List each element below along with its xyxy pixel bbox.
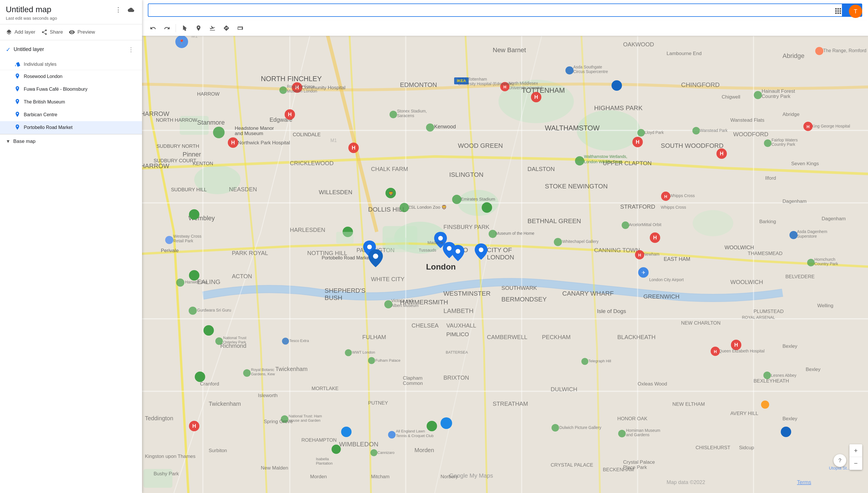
- svg-text:Horniman Museum: Horniman Museum: [626, 428, 660, 433]
- svg-text:H: H: [535, 94, 538, 100]
- search-input[interactable]: [148, 3, 842, 17]
- svg-point-285: [390, 111, 397, 118]
- svg-text:Lambourne End: Lambourne End: [667, 51, 702, 56]
- collapse-icon: ▼: [6, 139, 10, 144]
- svg-text:Seven Kings: Seven Kings: [791, 161, 819, 166]
- location-item[interactable]: Portobello Road Market: [0, 121, 142, 134]
- svg-text:All England Lawn: All England Lawn: [396, 429, 425, 433]
- svg-text:Cannizaro: Cannizaro: [377, 450, 394, 455]
- location-pin-icon: [15, 73, 20, 80]
- sidebar-header: Untitled map Last edit was seconds ago ⋮: [0, 0, 142, 24]
- svg-text:H: H: [352, 145, 355, 151]
- svg-text:ROEHAMPTON: ROEHAMPTON: [301, 437, 337, 443]
- layer-title-row: ✓ Untitled layer: [6, 46, 44, 53]
- undo-button[interactable]: [147, 23, 159, 34]
- svg-text:KENTON: KENTON: [193, 161, 213, 166]
- location-item[interactable]: Barbican Centre: [0, 108, 142, 121]
- svg-text:University Hospital: University Hospital: [508, 86, 542, 90]
- add-marker-button[interactable]: [192, 23, 205, 34]
- svg-text:Gurdwara Sri Guru: Gurdwara Sri Guru: [197, 308, 231, 313]
- svg-text:Tussauds: Tussauds: [419, 248, 436, 253]
- svg-text:CRICKLEWOOD: CRICKLEWOOD: [290, 160, 333, 166]
- preview-button[interactable]: Preview: [69, 27, 95, 37]
- more-options-button[interactable]: ⋮: [113, 5, 124, 15]
- measure-button[interactable]: [234, 23, 247, 34]
- zoom-in-button[interactable]: +: [849, 444, 862, 457]
- svg-point-119: [781, 427, 791, 437]
- svg-text:Kingston upon Thames: Kingston upon Thames: [145, 454, 196, 459]
- svg-text:Whipps Cross: Whipps Cross: [670, 193, 695, 198]
- add-layer-button[interactable]: Add layer: [6, 27, 35, 37]
- svg-text:Hornchurch: Hornchurch: [815, 257, 835, 262]
- svg-text:H: H: [638, 253, 641, 257]
- svg-text:Country Park: Country Park: [762, 93, 790, 99]
- svg-text:Map data ©2022: Map data ©2022: [667, 479, 705, 485]
- base-map-section[interactable]: ▼ Base map: [0, 134, 142, 148]
- apps-button[interactable]: [832, 5, 844, 18]
- svg-text:Terms: Terms: [797, 479, 811, 485]
- svg-text:Northwick Park Hospital: Northwick Park Hospital: [238, 140, 290, 146]
- sidebar: Untitled map Last edit was seconds ago ⋮…: [0, 0, 142, 493]
- share-label: Share: [50, 29, 63, 35]
- draw-line-button[interactable]: [206, 23, 219, 34]
- svg-rect-328: [386, 238, 409, 252]
- svg-text:and Gardens: and Gardens: [626, 432, 650, 437]
- svg-text:Spring Grove: Spring Grove: [264, 419, 293, 424]
- svg-text:BEXLEYHEATH: BEXLEYHEATH: [754, 378, 789, 384]
- select-button[interactable]: [178, 23, 191, 34]
- location-item[interactable]: The British Museum: [0, 95, 142, 108]
- svg-point-152: [384, 300, 392, 308]
- svg-point-109: [189, 209, 199, 220]
- svg-point-127: [452, 195, 461, 204]
- svg-point-111: [195, 371, 205, 382]
- svg-text:Kenwood: Kenwood: [434, 124, 456, 130]
- svg-point-337: [815, 47, 823, 55]
- location-item[interactable]: Rosewood London: [0, 70, 142, 83]
- svg-text:Albert Museum: Albert Museum: [391, 303, 418, 308]
- svg-point-340: [764, 140, 772, 147]
- svg-text:Superstore: Superstore: [797, 234, 817, 238]
- svg-text:H: H: [231, 140, 235, 146]
- location-item[interactable]: Fuwa Fuwa Café - Bloomsbury: [0, 83, 142, 95]
- svg-text:Teddington: Teddington: [145, 415, 173, 422]
- svg-text:Surbiton: Surbiton: [209, 448, 227, 453]
- avatar[interactable]: T: [849, 5, 862, 18]
- svg-text:Clapham: Clapham: [403, 375, 422, 381]
- redo-button[interactable]: [160, 23, 173, 34]
- layer-header[interactable]: ✓ Untitled layer ⋮: [0, 40, 142, 59]
- svg-text:M1: M1: [330, 138, 337, 143]
- directions-button[interactable]: [220, 23, 233, 34]
- preview-icon: [69, 29, 75, 35]
- svg-point-164: [282, 338, 289, 345]
- svg-text:Common: Common: [403, 381, 423, 386]
- svg-text:Oxleas Wood: Oxleas Wood: [637, 381, 667, 387]
- svg-text:SOUTH WOODFORD: SOUTH WOODFORD: [661, 142, 723, 149]
- cloud-icon: [128, 7, 134, 13]
- svg-point-171: [345, 349, 352, 356]
- individual-styles-row[interactable]: Individual styles: [0, 59, 142, 70]
- layer-more-button[interactable]: ⋮: [126, 44, 136, 55]
- help-button[interactable]: ?: [833, 454, 846, 467]
- svg-text:ZSL London Zoo 🦁: ZSL London Zoo 🦁: [408, 205, 447, 210]
- svg-text:📍: 📍: [179, 39, 185, 45]
- svg-text:PLUMSTEAD: PLUMSTEAD: [754, 309, 784, 314]
- svg-text:PUTNEY: PUTNEY: [368, 400, 388, 406]
- zoom-out-button[interactable]: −: [849, 457, 862, 470]
- location-name: The British Museum: [24, 100, 65, 105]
- svg-text:Saracens: Saracens: [397, 113, 414, 118]
- cloud-save-button[interactable]: [126, 5, 136, 15]
- svg-text:Bexley: Bexley: [806, 367, 821, 372]
- svg-text:WALTHAMSTOW: WALTHAMSTOW: [545, 124, 600, 132]
- svg-text:Stanmore: Stanmore: [197, 119, 224, 126]
- share-button[interactable]: Share: [41, 27, 63, 37]
- svg-point-159: [189, 307, 197, 315]
- svg-text:WOOD GREEN: WOOD GREEN: [458, 142, 503, 149]
- svg-text:Emirates Stadium: Emirates Stadium: [461, 196, 495, 201]
- svg-text:Dulwich Picture Gallery: Dulwich Picture Gallery: [559, 425, 601, 430]
- search-bar: [142, 0, 868, 20]
- svg-text:CANARY WHARF: CANARY WHARF: [562, 290, 614, 297]
- svg-text:Asda Southgate: Asda Southgate: [573, 65, 602, 69]
- svg-text:National Trust: Ham: National Trust: Ham: [289, 414, 322, 418]
- svg-text:Ilford: Ilford: [765, 175, 776, 181]
- svg-point-155: [165, 236, 173, 244]
